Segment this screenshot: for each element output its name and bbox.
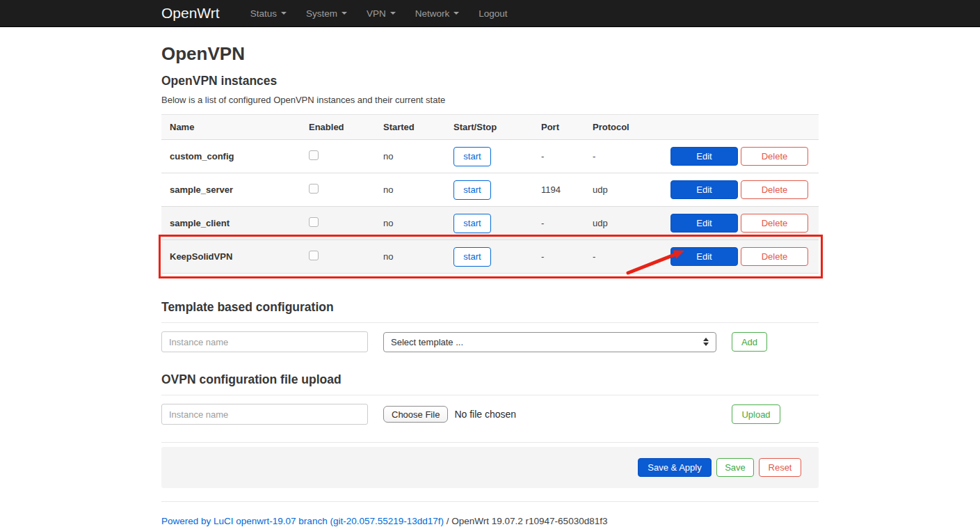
nav-item-network[interactable]: Network	[405, 8, 469, 19]
brand-logo[interactable]: OpenWrt	[161, 5, 220, 22]
edit-button[interactable]: Edit	[670, 214, 738, 233]
edit-button[interactable]: Edit	[670, 147, 738, 166]
file-input-group: Choose File No file chosen	[383, 406, 716, 423]
delete-button[interactable]: Delete	[741, 214, 808, 233]
start-button[interactable]: start	[453, 214, 491, 233]
reset-button[interactable]: Reset	[759, 458, 801, 477]
divider	[161, 501, 819, 502]
footer-luci-link[interactable]: Powered by LuCI openwrt-19.07 branch (gi…	[161, 516, 444, 526]
enabled-checkbox[interactable]	[309, 217, 319, 227]
caret-down-icon	[390, 12, 396, 15]
template-instance-name-input[interactable]	[161, 331, 368, 352]
started-value: no	[383, 218, 453, 228]
start-button[interactable]: start	[453, 247, 491, 267]
start-button[interactable]: start	[453, 180, 491, 200]
nav-menu: Status System VPN Network Logout	[241, 8, 517, 19]
col-header-name: Name	[161, 122, 309, 132]
divider	[161, 395, 819, 395]
caret-down-icon	[281, 12, 287, 15]
no-file-chosen-text: No file chosen	[454, 409, 516, 420]
enabled-checkbox[interactable]	[309, 184, 319, 194]
table-row-custom-config: custom_config no start - - Edit Delete	[161, 140, 819, 173]
table-header-row: Name Enabled Started Start/Stop Port Pro…	[161, 114, 819, 140]
footer: Powered by LuCI openwrt-19.07 branch (gi…	[161, 516, 819, 526]
started-value: no	[383, 251, 453, 262]
upload-button[interactable]: Upload	[732, 404, 780, 424]
instance-name: sample_client	[161, 218, 309, 228]
select-arrows-icon	[703, 338, 709, 346]
enabled-checkbox[interactable]	[309, 251, 319, 260]
nav-item-label: VPN	[367, 8, 386, 19]
divider	[161, 442, 819, 443]
started-value: no	[383, 184, 453, 195]
instances-description: Below is a list of configured OpenVPN in…	[161, 95, 819, 105]
table-row-keepsolidvpn: KeepSolidVPN no start - - Edit Delete	[161, 240, 819, 274]
instance-name: sample_server	[161, 184, 309, 195]
protocol-value: -	[593, 151, 658, 162]
delete-button[interactable]: Delete	[741, 247, 808, 266]
protocol-value: udp	[593, 218, 658, 228]
upload-section-heading: OVPN configuration file upload	[161, 372, 819, 387]
page: OpenWrt Status System VPN Network Logout	[0, 0, 980, 527]
start-button[interactable]: start	[453, 147, 491, 166]
col-header-started: Started	[383, 122, 453, 132]
nav-item-label: Network	[415, 8, 450, 19]
enabled-checkbox[interactable]	[309, 150, 319, 160]
upload-form-row: Choose File No file chosen Upload	[161, 404, 819, 425]
nav-item-vpn[interactable]: VPN	[357, 8, 405, 19]
instances-heading: OpenVPN instances	[161, 74, 819, 88]
port-value: -	[541, 151, 593, 162]
table-row-sample-client: sample_client no start - udp Edit Delete	[161, 207, 819, 240]
delete-button[interactable]: Delete	[741, 180, 808, 199]
footer-version-text: / OpenWrt 19.07.2 r10947-65030d81f3	[444, 516, 607, 526]
col-header-start-stop: Start/Stop	[453, 122, 541, 132]
upload-instance-name-input[interactable]	[161, 404, 368, 425]
caret-down-icon	[342, 12, 347, 15]
delete-button[interactable]: Delete	[741, 147, 808, 166]
nav-item-logout[interactable]: Logout	[469, 8, 517, 19]
port-value: -	[541, 251, 593, 262]
col-header-enabled: Enabled	[309, 122, 383, 132]
col-header-port: Port	[541, 122, 593, 132]
choose-file-button[interactable]: Choose File	[383, 406, 448, 423]
edit-button[interactable]: Edit	[670, 247, 738, 266]
nav-item-label: Logout	[479, 8, 507, 19]
add-button[interactable]: Add	[732, 332, 767, 352]
page-actions-bar: Save & Apply Save Reset	[161, 447, 819, 488]
divider	[161, 322, 819, 323]
instances-table: Name Enabled Started Start/Stop Port Pro…	[161, 114, 819, 274]
caret-down-icon	[453, 12, 459, 15]
col-header-protocol: Protocol	[593, 122, 658, 132]
nav-item-label: Status	[250, 8, 277, 19]
save-apply-button[interactable]: Save & Apply	[638, 458, 712, 477]
instance-name: custom_config	[161, 151, 309, 162]
protocol-value: udp	[593, 184, 658, 195]
nav-item-status[interactable]: Status	[241, 8, 296, 19]
nav-item-system[interactable]: System	[296, 8, 357, 19]
nav-item-label: System	[306, 8, 337, 19]
protocol-value: -	[593, 251, 658, 262]
page-title: OpenVPN	[161, 43, 819, 65]
started-value: no	[383, 151, 453, 162]
edit-button[interactable]: Edit	[670, 180, 738, 199]
top-navbar: OpenWrt Status System VPN Network Logout	[0, 0, 980, 27]
template-form-row: Select template ... Add	[161, 331, 819, 352]
template-select[interactable]: Select template ...	[383, 332, 716, 352]
save-button[interactable]: Save	[716, 458, 754, 477]
instance-name: KeepSolidVPN	[161, 251, 309, 262]
template-select-value: Select template ...	[391, 337, 463, 347]
table-row-sample-server: sample_server no start 1194 udp Edit Del…	[161, 173, 819, 207]
port-value: 1194	[541, 184, 593, 195]
port-value: -	[541, 218, 593, 228]
template-section-heading: Template based configuration	[161, 300, 819, 315]
